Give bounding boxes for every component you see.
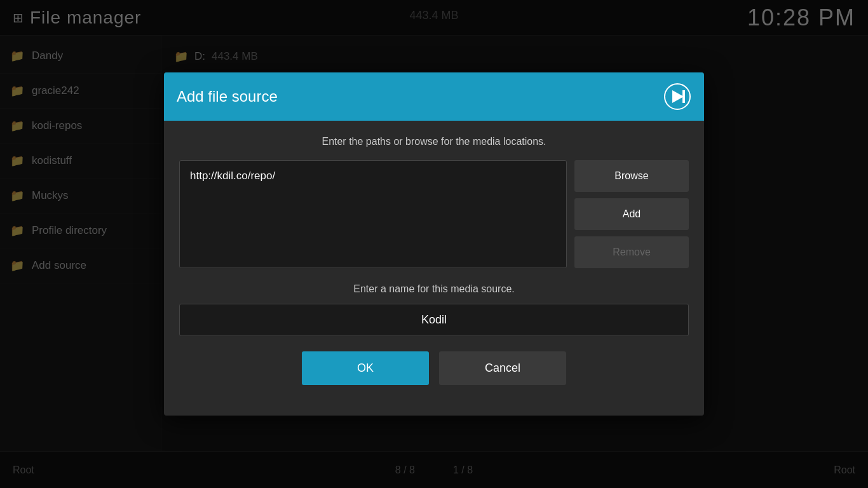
dialog-title: Add file source xyxy=(177,88,278,105)
dialog-footer: OK Cancel xyxy=(179,351,689,400)
add-button[interactable]: Add xyxy=(574,198,689,230)
name-input-box[interactable]: Kodil xyxy=(179,304,689,336)
path-input-row: http://kdil.co/repo/ Browse Add Remove xyxy=(179,160,689,268)
ok-button[interactable]: OK xyxy=(302,351,429,385)
dialog-overlay: Add file source Enter the paths or brows… xyxy=(0,0,868,488)
path-input-box[interactable]: http://kdil.co/repo/ xyxy=(179,160,567,268)
dialog-body: Enter the paths or browse for the media … xyxy=(164,121,704,416)
kodi-logo-svg xyxy=(663,83,691,111)
action-buttons: Browse Add Remove xyxy=(574,160,689,268)
remove-button[interactable]: Remove xyxy=(574,236,689,268)
path-value: http://kdil.co/repo/ xyxy=(190,170,275,182)
dialog-header: Add file source xyxy=(164,72,704,121)
cancel-button[interactable]: Cancel xyxy=(439,351,566,385)
path-subtitle: Enter the paths or browse for the media … xyxy=(179,136,689,147)
name-value: Kodil xyxy=(421,313,447,326)
kodi-logo xyxy=(663,83,691,111)
browse-button[interactable]: Browse xyxy=(574,160,689,192)
name-subtitle: Enter a name for this media source. xyxy=(179,283,689,295)
add-file-source-dialog: Add file source Enter the paths or brows… xyxy=(164,72,704,416)
